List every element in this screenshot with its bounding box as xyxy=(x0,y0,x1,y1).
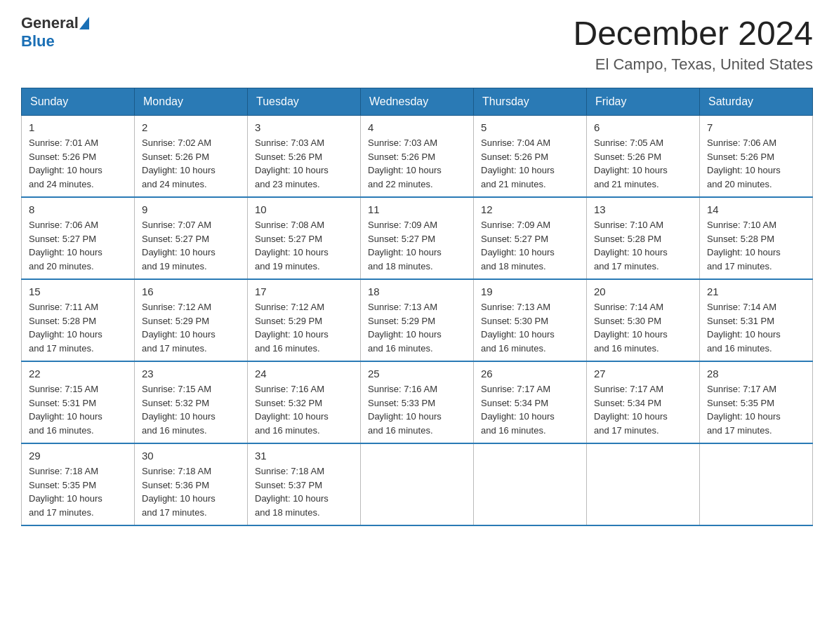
day-info: Sunrise: 7:12 AMSunset: 5:29 PMDaylight:… xyxy=(255,300,353,355)
logo-triangle-icon xyxy=(79,17,89,29)
calendar-cell: 5 Sunrise: 7:04 AMSunset: 5:26 PMDayligh… xyxy=(474,116,587,198)
day-number: 14 xyxy=(707,203,805,215)
day-number: 9 xyxy=(142,203,240,215)
day-number: 25 xyxy=(368,368,466,380)
day-info: Sunrise: 7:18 AMSunset: 5:35 PMDaylight:… xyxy=(29,464,127,519)
calendar-cell: 25 Sunrise: 7:16 AMSunset: 5:33 PMDaylig… xyxy=(361,361,474,443)
day-info: Sunrise: 7:08 AMSunset: 5:27 PMDaylight:… xyxy=(255,218,353,273)
calendar-week-row: 29 Sunrise: 7:18 AMSunset: 5:35 PMDaylig… xyxy=(22,443,813,525)
day-number: 17 xyxy=(255,286,353,297)
day-info: Sunrise: 7:07 AMSunset: 5:27 PMDaylight:… xyxy=(142,218,240,273)
day-info: Sunrise: 7:06 AMSunset: 5:27 PMDaylight:… xyxy=(29,218,127,273)
day-number: 13 xyxy=(594,203,692,215)
calendar-cell: 28 Sunrise: 7:17 AMSunset: 5:35 PMDaylig… xyxy=(700,361,813,443)
day-number: 2 xyxy=(142,121,240,133)
calendar-cell: 9 Sunrise: 7:07 AMSunset: 5:27 PMDayligh… xyxy=(135,197,248,279)
weekday-header-monday: Monday xyxy=(135,88,248,116)
day-info: Sunrise: 7:02 AMSunset: 5:26 PMDaylight:… xyxy=(142,136,240,191)
location-title: El Campo, Texas, United States xyxy=(573,55,813,74)
calendar-cell: 14 Sunrise: 7:10 AMSunset: 5:28 PMDaylig… xyxy=(700,197,813,279)
day-number: 21 xyxy=(707,286,805,297)
calendar-cell: 4 Sunrise: 7:03 AMSunset: 5:26 PMDayligh… xyxy=(361,116,474,198)
calendar-cell: 26 Sunrise: 7:17 AMSunset: 5:34 PMDaylig… xyxy=(474,361,587,443)
day-info: Sunrise: 7:09 AMSunset: 5:27 PMDaylight:… xyxy=(368,218,466,273)
calendar-table: SundayMondayTuesdayWednesdayThursdayFrid… xyxy=(21,88,813,526)
day-number: 5 xyxy=(481,121,579,133)
calendar-cell: 12 Sunrise: 7:09 AMSunset: 5:27 PMDaylig… xyxy=(474,197,587,279)
month-title: December 2024 xyxy=(573,14,813,53)
day-number: 23 xyxy=(142,368,240,380)
day-number: 10 xyxy=(255,203,353,215)
day-number: 31 xyxy=(255,450,353,462)
day-number: 30 xyxy=(142,450,240,462)
logo-general-text: General xyxy=(21,14,79,32)
calendar-cell: 7 Sunrise: 7:06 AMSunset: 5:26 PMDayligh… xyxy=(700,116,813,198)
day-number: 18 xyxy=(368,286,466,297)
day-info: Sunrise: 7:13 AMSunset: 5:29 PMDaylight:… xyxy=(368,300,466,355)
weekday-header-thursday: Thursday xyxy=(474,88,587,116)
day-number: 27 xyxy=(594,368,692,380)
calendar-cell: 27 Sunrise: 7:17 AMSunset: 5:34 PMDaylig… xyxy=(587,361,700,443)
calendar-cell: 29 Sunrise: 7:18 AMSunset: 5:35 PMDaylig… xyxy=(22,443,135,525)
day-number: 3 xyxy=(255,121,353,133)
day-number: 6 xyxy=(594,121,692,133)
day-number: 8 xyxy=(29,203,127,215)
calendar-cell: 17 Sunrise: 7:12 AMSunset: 5:29 PMDaylig… xyxy=(248,279,361,361)
calendar-cell xyxy=(361,443,474,525)
day-number: 4 xyxy=(368,121,466,133)
calendar-cell: 22 Sunrise: 7:15 AMSunset: 5:31 PMDaylig… xyxy=(22,361,135,443)
weekday-header-saturday: Saturday xyxy=(700,88,813,116)
day-number: 19 xyxy=(481,286,579,297)
day-info: Sunrise: 7:10 AMSunset: 5:28 PMDaylight:… xyxy=(594,218,692,273)
day-info: Sunrise: 7:06 AMSunset: 5:26 PMDaylight:… xyxy=(707,136,805,191)
calendar-cell: 20 Sunrise: 7:14 AMSunset: 5:30 PMDaylig… xyxy=(587,279,700,361)
calendar-cell: 2 Sunrise: 7:02 AMSunset: 5:26 PMDayligh… xyxy=(135,116,248,198)
day-info: Sunrise: 7:18 AMSunset: 5:36 PMDaylight:… xyxy=(142,464,240,519)
calendar-cell: 31 Sunrise: 7:18 AMSunset: 5:37 PMDaylig… xyxy=(248,443,361,525)
title-area: December 2024 El Campo, Texas, United St… xyxy=(573,14,813,74)
weekday-header-tuesday: Tuesday xyxy=(248,88,361,116)
day-info: Sunrise: 7:17 AMSunset: 5:35 PMDaylight:… xyxy=(707,382,805,437)
day-info: Sunrise: 7:14 AMSunset: 5:31 PMDaylight:… xyxy=(707,300,805,355)
day-info: Sunrise: 7:15 AMSunset: 5:32 PMDaylight:… xyxy=(142,382,240,437)
weekday-header-friday: Friday xyxy=(587,88,700,116)
calendar-cell xyxy=(587,443,700,525)
calendar-cell: 23 Sunrise: 7:15 AMSunset: 5:32 PMDaylig… xyxy=(135,361,248,443)
day-info: Sunrise: 7:10 AMSunset: 5:28 PMDaylight:… xyxy=(707,218,805,273)
day-info: Sunrise: 7:12 AMSunset: 5:29 PMDaylight:… xyxy=(142,300,240,355)
day-info: Sunrise: 7:15 AMSunset: 5:31 PMDaylight:… xyxy=(29,382,127,437)
weekday-header-row: SundayMondayTuesdayWednesdayThursdayFrid… xyxy=(22,88,813,116)
calendar-cell: 15 Sunrise: 7:11 AMSunset: 5:28 PMDaylig… xyxy=(22,279,135,361)
day-number: 12 xyxy=(481,203,579,215)
day-info: Sunrise: 7:03 AMSunset: 5:26 PMDaylight:… xyxy=(255,136,353,191)
day-info: Sunrise: 7:13 AMSunset: 5:30 PMDaylight:… xyxy=(481,300,579,355)
weekday-header-wednesday: Wednesday xyxy=(361,88,474,116)
day-info: Sunrise: 7:16 AMSunset: 5:32 PMDaylight:… xyxy=(255,382,353,437)
day-number: 22 xyxy=(29,368,127,380)
day-info: Sunrise: 7:03 AMSunset: 5:26 PMDaylight:… xyxy=(368,136,466,191)
page-header: General Blue December 2024 El Campo, Tex… xyxy=(21,14,813,74)
calendar-week-row: 15 Sunrise: 7:11 AMSunset: 5:28 PMDaylig… xyxy=(22,279,813,361)
day-info: Sunrise: 7:16 AMSunset: 5:33 PMDaylight:… xyxy=(368,382,466,437)
calendar-cell: 24 Sunrise: 7:16 AMSunset: 5:32 PMDaylig… xyxy=(248,361,361,443)
day-number: 28 xyxy=(707,368,805,380)
day-info: Sunrise: 7:17 AMSunset: 5:34 PMDaylight:… xyxy=(594,382,692,437)
calendar-cell: 8 Sunrise: 7:06 AMSunset: 5:27 PMDayligh… xyxy=(22,197,135,279)
calendar-cell: 30 Sunrise: 7:18 AMSunset: 5:36 PMDaylig… xyxy=(135,443,248,525)
calendar-cell: 13 Sunrise: 7:10 AMSunset: 5:28 PMDaylig… xyxy=(587,197,700,279)
calendar-cell: 21 Sunrise: 7:14 AMSunset: 5:31 PMDaylig… xyxy=(700,279,813,361)
calendar-cell: 3 Sunrise: 7:03 AMSunset: 5:26 PMDayligh… xyxy=(248,116,361,198)
calendar-cell: 16 Sunrise: 7:12 AMSunset: 5:29 PMDaylig… xyxy=(135,279,248,361)
day-info: Sunrise: 7:17 AMSunset: 5:34 PMDaylight:… xyxy=(481,382,579,437)
day-number: 11 xyxy=(368,203,466,215)
day-number: 1 xyxy=(29,121,127,133)
day-info: Sunrise: 7:14 AMSunset: 5:30 PMDaylight:… xyxy=(594,300,692,355)
calendar-cell: 10 Sunrise: 7:08 AMSunset: 5:27 PMDaylig… xyxy=(248,197,361,279)
day-info: Sunrise: 7:11 AMSunset: 5:28 PMDaylight:… xyxy=(29,300,127,355)
calendar-cell: 19 Sunrise: 7:13 AMSunset: 5:30 PMDaylig… xyxy=(474,279,587,361)
calendar-week-row: 8 Sunrise: 7:06 AMSunset: 5:27 PMDayligh… xyxy=(22,197,813,279)
calendar-week-row: 22 Sunrise: 7:15 AMSunset: 5:31 PMDaylig… xyxy=(22,361,813,443)
day-number: 29 xyxy=(29,450,127,462)
weekday-header-sunday: Sunday xyxy=(22,88,135,116)
calendar-cell: 11 Sunrise: 7:09 AMSunset: 5:27 PMDaylig… xyxy=(361,197,474,279)
